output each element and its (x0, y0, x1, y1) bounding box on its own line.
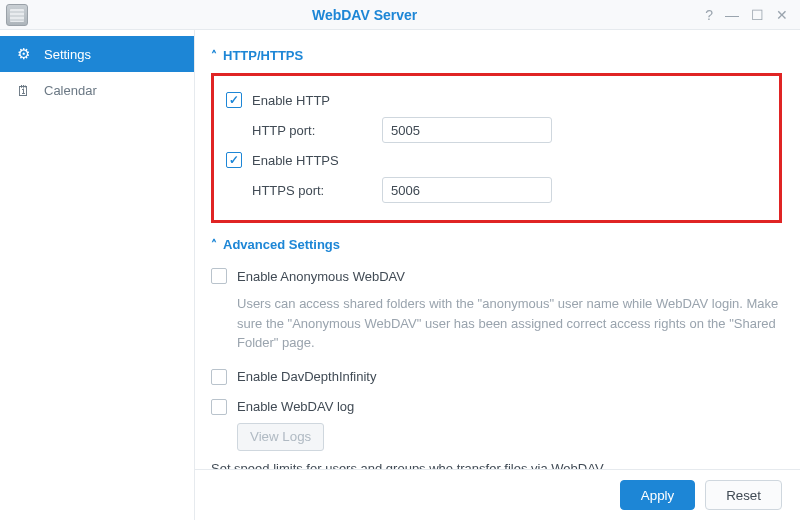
http-highlight-box: ✓ Enable HTTP HTTP port: ✓ Enable HTTPS … (211, 73, 782, 223)
anonymous-webdav-help: Users can access shared folders with the… (211, 294, 782, 353)
chevron-up-icon: ˄ (211, 238, 217, 252)
https-port-input[interactable] (382, 177, 552, 203)
sidebar-item-label: Settings (44, 47, 91, 62)
http-port-label: HTTP port: (252, 123, 382, 138)
maximize-icon[interactable]: ☐ (751, 7, 764, 23)
checkbox-enable-https[interactable]: ✓ (226, 152, 242, 168)
minimize-icon[interactable]: — (725, 7, 739, 23)
https-port-label: HTTPS port: (252, 183, 382, 198)
anonymous-webdav-label: Enable Anonymous WebDAV (237, 269, 405, 284)
close-icon[interactable]: ✕ (776, 7, 788, 23)
checkbox-enable-http[interactable]: ✓ (226, 92, 242, 108)
checkbox-webdav-log[interactable] (211, 399, 227, 415)
app-icon (6, 4, 28, 26)
sidebar-item-calendar[interactable]: 🗓 Calendar (0, 72, 194, 108)
window-controls: ? — ☐ ✕ (693, 7, 800, 23)
reset-button[interactable]: Reset (705, 480, 782, 510)
footer: Apply Reset (195, 469, 800, 520)
section-title: HTTP/HTTPS (223, 48, 303, 63)
gear-icon: ⚙ (14, 45, 32, 63)
title-bar: WebDAV Server ? — ☐ ✕ (0, 0, 800, 30)
view-logs-button[interactable]: View Logs (237, 423, 324, 451)
sidebar-item-settings[interactable]: ⚙ Settings (0, 36, 194, 72)
chevron-up-icon: ˄ (211, 49, 217, 63)
section-header-http[interactable]: ˄ HTTP/HTTPS (211, 48, 782, 63)
main-content: ˄ HTTP/HTTPS ✓ Enable HTTP HTTP port: ✓ … (195, 30, 800, 469)
apply-button[interactable]: Apply (620, 480, 695, 510)
checkbox-anonymous-webdav[interactable] (211, 268, 227, 284)
help-icon[interactable]: ? (705, 7, 713, 23)
http-port-input[interactable] (382, 117, 552, 143)
checkbox-davdepthinfinity[interactable] (211, 369, 227, 385)
davdepthinfinity-label: Enable DavDepthInfinity (237, 369, 376, 384)
section-header-advanced[interactable]: ˄ Advanced Settings (211, 237, 782, 252)
webdav-log-label: Enable WebDAV log (237, 399, 354, 414)
window-title: WebDAV Server (36, 7, 693, 23)
sidebar-item-label: Calendar (44, 83, 97, 98)
sidebar: ⚙ Settings 🗓 Calendar (0, 30, 195, 520)
calendar-icon: 🗓 (14, 82, 32, 99)
section-title: Advanced Settings (223, 237, 340, 252)
speed-limit-description: Set speed limits for users and groups wh… (211, 461, 782, 470)
enable-http-label: Enable HTTP (252, 93, 330, 108)
enable-https-label: Enable HTTPS (252, 153, 339, 168)
